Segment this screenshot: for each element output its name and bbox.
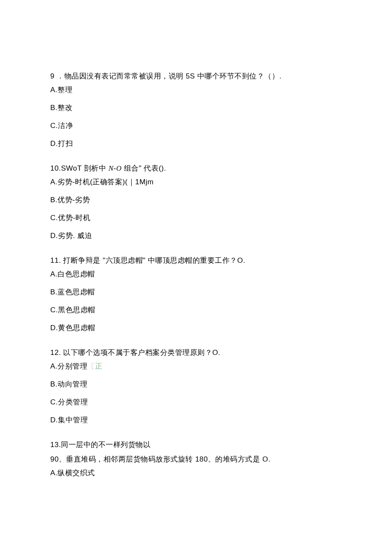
option-b: B.蓝色思虑帽 (50, 287, 341, 297)
option-d: D.打扫 (50, 139, 341, 149)
option-c: C.优势-时机 (50, 213, 341, 223)
question-stem: 13.同一层中的不一样列货物以 (50, 439, 341, 451)
option-a: A.分别管理〔正 (50, 361, 341, 372)
option-a: A.白色思虑帽 (50, 269, 341, 279)
question-11: 11. 打断争辩是 "六顶思虑帽" 中哪顶思虑帽的重要工作？O. A.白色思虑帽… (50, 255, 341, 333)
option-a: A.纵横交织式 (50, 468, 341, 478)
question-stem: 9 ．物品因没有表记而常常被误用，说明 5S 中哪个环节不到位？（）. (50, 70, 341, 82)
option-c: C.分类管理 (50, 397, 341, 407)
option-a-highlight: 〔正 (87, 362, 102, 370)
option-b: B.整改 (50, 103, 341, 113)
question-10: 10.SWoT 剖析中 N-O 组合" 代表(). A.劣势-时机(正确答案)(… (50, 163, 341, 241)
option-a: A.劣势-时机(正确答案)(｜1Mjm (50, 177, 341, 187)
stem-suffix: 组合" 代表(). (121, 164, 166, 172)
option-a-prefix: A.分别管理 (50, 362, 87, 370)
question-stem-line2: 90。垂直堆码，相邻两层货物码放形式旋转 180。的堆码方式是 O. (50, 453, 341, 465)
question-12: 12. 以下哪个选项不属于客户档案分类管理原则？O. A.分别管理〔正 B.动向… (50, 347, 341, 425)
question-stem: 12. 以下哪个选项不属于客户档案分类管理原则？O. (50, 347, 341, 359)
option-d: D.劣势. 威迫 (50, 231, 341, 241)
option-c: C.黑色思虑帽 (50, 305, 341, 315)
option-b: B.动向管理 (50, 379, 341, 389)
question-stem: 10.SWoT 剖析中 N-O 组合" 代表(). (50, 163, 341, 174)
option-a: A.整理 (50, 85, 341, 95)
question-stem: 11. 打断争辩是 "六顶思虑帽" 中哪顶思虑帽的重要工作？O. (50, 255, 341, 267)
option-d: D.集中管理 (50, 415, 341, 425)
stem-prefix: 10.SWoT 剖析中 (50, 164, 109, 172)
stem-italic: N-O (109, 164, 122, 172)
option-c: C.洁净 (50, 121, 341, 131)
document-page: 9 ．物品因没有表记而常常被误用，说明 5S 中哪个环节不到位？（）. A.整理… (0, 0, 392, 535)
option-b: B.优势-劣势 (50, 195, 341, 205)
question-13: 13.同一层中的不一样列货物以 90。垂直堆码，相邻两层货物码放形式旋转 180… (50, 439, 341, 478)
question-9: 9 ．物品因没有表记而常常被误用，说明 5S 中哪个环节不到位？（）. A.整理… (50, 70, 341, 149)
option-d: D.黄色思虑帽 (50, 323, 341, 333)
